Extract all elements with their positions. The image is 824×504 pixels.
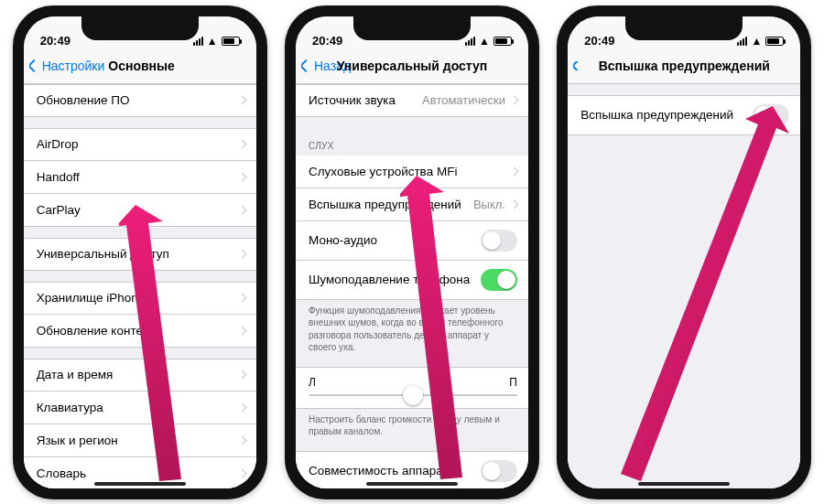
chevron-right-icon [237, 96, 246, 105]
nav-title: Вспышка предупреждений [568, 59, 800, 73]
content[interactable]: Источник звукаАвтоматически СЛУХ Слуховы… [296, 84, 528, 488]
chevron-right-icon [237, 468, 246, 477]
label-right: П [509, 376, 517, 389]
status-time: 20:49 [40, 34, 70, 48]
notch [81, 16, 199, 40]
chevron-right-icon [510, 199, 519, 209]
back-button[interactable]: Назад [301, 59, 351, 73]
chevron-right-icon [237, 370, 246, 380]
chevron-right-icon [237, 294, 246, 303]
switch-noise-cancel[interactable] [481, 269, 517, 291]
wifi-icon: ▲ [751, 35, 762, 48]
battery-icon [493, 37, 512, 46]
row-audio-source[interactable]: Источник звукаАвтоматически [296, 84, 528, 117]
row-hearing-devices[interactable]: Слуховые устройства MFi [296, 155, 528, 188]
switch-mono-audio[interactable] [481, 230, 517, 252]
balance-slider[interactable] [309, 394, 517, 396]
wifi-icon: ▲ [207, 35, 218, 48]
row-accessibility[interactable]: Универсальный доступ [24, 238, 256, 271]
nav-bar: Вспышка предупреждений [568, 49, 800, 84]
home-indicator[interactable] [638, 482, 730, 486]
nav-bar: Настройки Основные [24, 49, 256, 84]
row-led-flash[interactable]: Вспышка предупрежденийВыкл. [296, 188, 528, 221]
notch [625, 16, 743, 40]
status-icons: ▲ [193, 35, 240, 48]
row-lang-region[interactable]: Язык и регион [24, 424, 256, 457]
home-indicator[interactable] [94, 482, 186, 486]
chevron-right-icon [237, 250, 246, 259]
chevron-right-icon [510, 96, 519, 105]
status-time: 20:49 [312, 34, 342, 48]
chevron-right-icon [237, 172, 246, 181]
row-handoff[interactable]: Handoff [24, 161, 256, 194]
status-icons: ▲ [465, 35, 512, 48]
row-noise-cancel[interactable]: Шумоподавление телефона [296, 261, 528, 300]
switch-hearing-compat[interactable] [481, 460, 517, 482]
battery-icon [765, 37, 784, 46]
status-icons: ▲ [737, 35, 784, 48]
cellular-icon [465, 37, 475, 46]
home-indicator[interactable] [366, 482, 458, 486]
chevron-right-icon [237, 205, 246, 214]
section-header-hearing: СЛУХ [296, 128, 528, 155]
nav-title: Основные [104, 59, 250, 73]
row-date-time[interactable]: Дата и время [24, 359, 256, 391]
nav-bar: Назад Универсальный доступ [296, 49, 528, 84]
wifi-icon: ▲ [479, 35, 490, 48]
back-button[interactable] [573, 61, 584, 70]
chevron-right-icon [237, 326, 246, 335]
back-button[interactable]: Настройки [29, 59, 105, 73]
row-storage[interactable]: Хранилище iPhone [24, 282, 256, 315]
row-keyboard[interactable]: Клавиатура [24, 391, 256, 424]
cellular-icon [737, 37, 747, 46]
row-mono-audio[interactable]: Моно-аудио [296, 221, 528, 261]
footer-noise: Функция шумоподавления снижает уровень в… [296, 300, 528, 356]
phone-accessibility: 20:49 ▲ Назад Универсальный доступ Источ… [285, 5, 539, 499]
row-software-update[interactable]: Обновление ПО [24, 84, 256, 117]
chevron-right-icon [237, 435, 246, 445]
content[interactable]: Обновление ПО AirDrop Handoff CarPlay Ун… [24, 84, 256, 488]
status-time: 20:49 [584, 34, 614, 48]
row-balance-slider[interactable]: ЛП [296, 367, 528, 409]
phone-general: 20:49 ▲ Настройки Основные Обновление ПО… [13, 5, 267, 499]
chevron-right-icon [237, 402, 246, 412]
row-led-flash-toggle[interactable]: Вспышка предупреждений [568, 95, 800, 135]
notch [353, 16, 471, 40]
footer-balance: Настроить баланс громкости между левым и… [296, 409, 528, 440]
phone-led-flash: 20:49 ▲ Вспышка предупреждений Вспышка п… [557, 5, 811, 499]
row-background-refresh[interactable]: Обновление контента [24, 315, 256, 348]
cellular-icon [193, 37, 203, 46]
row-carplay[interactable]: CarPlay [24, 194, 256, 227]
battery-icon [222, 37, 240, 46]
label-left: Л [309, 376, 316, 389]
chevron-right-icon [237, 140, 246, 149]
chevron-right-icon [510, 166, 519, 176]
switch-led-flash[interactable] [753, 104, 789, 126]
row-airdrop[interactable]: AirDrop [24, 128, 256, 161]
content[interactable]: Вспышка предупреждений [568, 84, 800, 488]
